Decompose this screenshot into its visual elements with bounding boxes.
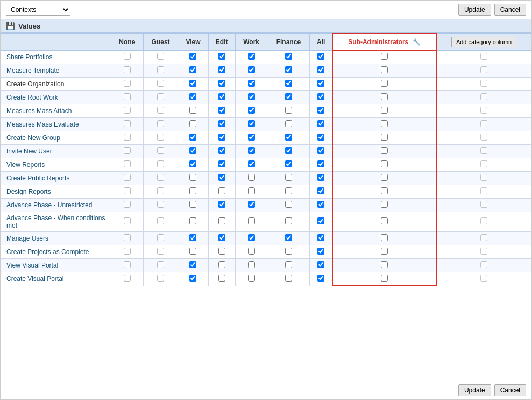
checkbox-guest[interactable] [157, 66, 164, 73]
checkbox-extra[interactable] [480, 53, 487, 60]
checkbox-guest[interactable] [157, 234, 164, 241]
checkbox-sub-admin[interactable] [381, 93, 388, 100]
checkbox-none[interactable] [124, 147, 131, 154]
checkbox-extra[interactable] [480, 234, 487, 241]
checkbox-edit[interactable] [218, 80, 225, 87]
checkbox-extra[interactable] [480, 201, 487, 208]
checkbox-work[interactable] [248, 93, 255, 100]
checkbox-all[interactable] [317, 248, 324, 255]
checkbox-finance[interactable] [285, 217, 292, 224]
checkbox-edit[interactable] [218, 275, 225, 282]
checkbox-view[interactable] [189, 174, 196, 181]
checkbox-sub-admin[interactable] [381, 234, 388, 241]
checkbox-extra[interactable] [480, 120, 487, 127]
checkbox-edit[interactable] [218, 234, 225, 241]
checkbox-all[interactable] [317, 107, 324, 114]
checkbox-work[interactable] [248, 261, 255, 268]
checkbox-work[interactable] [248, 187, 255, 194]
checkbox-finance[interactable] [285, 53, 292, 60]
checkbox-all[interactable] [317, 134, 324, 141]
checkbox-extra[interactable] [480, 147, 487, 154]
checkbox-view[interactable] [189, 147, 196, 154]
checkbox-view[interactable] [189, 275, 196, 282]
checkbox-all[interactable] [317, 187, 324, 194]
checkbox-finance[interactable] [285, 174, 292, 181]
checkbox-guest[interactable] [157, 187, 164, 194]
checkbox-sub-admin[interactable] [381, 80, 388, 87]
checkbox-all[interactable] [317, 217, 324, 224]
checkbox-extra[interactable] [480, 160, 487, 167]
checkbox-all[interactable] [317, 66, 324, 73]
checkbox-extra[interactable] [480, 93, 487, 100]
checkbox-extra[interactable] [480, 66, 487, 73]
checkbox-extra[interactable] [480, 107, 487, 114]
cancel-button-top[interactable]: Cancel [494, 4, 526, 16]
checkbox-view[interactable] [189, 234, 196, 241]
checkbox-sub-admin[interactable] [381, 187, 388, 194]
checkbox-view[interactable] [189, 248, 196, 255]
checkbox-extra[interactable] [480, 174, 487, 181]
checkbox-extra[interactable] [480, 248, 487, 255]
checkbox-extra[interactable] [480, 187, 487, 194]
checkbox-work[interactable] [248, 66, 255, 73]
checkbox-none[interactable] [124, 120, 131, 127]
checkbox-sub-admin[interactable] [381, 134, 388, 141]
checkbox-sub-admin[interactable] [381, 217, 388, 224]
checkbox-view[interactable] [189, 93, 196, 100]
checkbox-edit[interactable] [218, 187, 225, 194]
checkbox-all[interactable] [317, 261, 324, 268]
checkbox-finance[interactable] [285, 93, 292, 100]
checkbox-extra[interactable] [480, 80, 487, 87]
checkbox-guest[interactable] [157, 147, 164, 154]
checkbox-work[interactable] [248, 147, 255, 154]
checkbox-finance[interactable] [285, 201, 292, 208]
checkbox-guest[interactable] [157, 93, 164, 100]
checkbox-none[interactable] [124, 134, 131, 141]
checkbox-extra[interactable] [480, 134, 487, 141]
table-wrapper[interactable]: None Guest View Edit Work Finance All Su… [1, 33, 531, 381]
checkbox-edit[interactable] [218, 53, 225, 60]
checkbox-guest[interactable] [157, 275, 164, 282]
checkbox-sub-admin[interactable] [381, 160, 388, 167]
checkbox-guest[interactable] [157, 134, 164, 141]
checkbox-view[interactable] [189, 217, 196, 224]
checkbox-sub-admin[interactable] [381, 248, 388, 255]
checkbox-work[interactable] [248, 248, 255, 255]
checkbox-edit[interactable] [218, 93, 225, 100]
checkbox-edit[interactable] [218, 147, 225, 154]
checkbox-work[interactable] [248, 134, 255, 141]
checkbox-none[interactable] [124, 80, 131, 87]
checkbox-edit[interactable] [218, 107, 225, 114]
update-button-top[interactable]: Update [458, 4, 491, 16]
checkbox-none[interactable] [124, 261, 131, 268]
checkbox-work[interactable] [248, 217, 255, 224]
checkbox-all[interactable] [317, 147, 324, 154]
checkbox-finance[interactable] [285, 134, 292, 141]
add-category-button[interactable]: Add category column [451, 37, 516, 47]
checkbox-edit[interactable] [218, 66, 225, 73]
checkbox-none[interactable] [124, 66, 131, 73]
checkbox-work[interactable] [248, 174, 255, 181]
checkbox-view[interactable] [189, 66, 196, 73]
checkbox-all[interactable] [317, 160, 324, 167]
checkbox-guest[interactable] [157, 160, 164, 167]
checkbox-guest[interactable] [157, 120, 164, 127]
checkbox-edit[interactable] [218, 174, 225, 181]
checkbox-none[interactable] [124, 248, 131, 255]
checkbox-edit[interactable] [218, 248, 225, 255]
checkbox-all[interactable] [317, 93, 324, 100]
checkbox-finance[interactable] [285, 80, 292, 87]
cancel-button-bottom[interactable]: Cancel [494, 384, 526, 396]
checkbox-extra[interactable] [480, 275, 487, 282]
checkbox-sub-admin[interactable] [381, 53, 388, 60]
checkbox-work[interactable] [248, 53, 255, 60]
checkbox-all[interactable] [317, 275, 324, 282]
checkbox-view[interactable] [189, 160, 196, 167]
checkbox-guest[interactable] [157, 248, 164, 255]
checkbox-guest[interactable] [157, 80, 164, 87]
checkbox-view[interactable] [189, 80, 196, 87]
checkbox-guest[interactable] [157, 174, 164, 181]
checkbox-view[interactable] [189, 261, 196, 268]
checkbox-sub-admin[interactable] [381, 275, 388, 282]
checkbox-extra[interactable] [480, 217, 487, 224]
